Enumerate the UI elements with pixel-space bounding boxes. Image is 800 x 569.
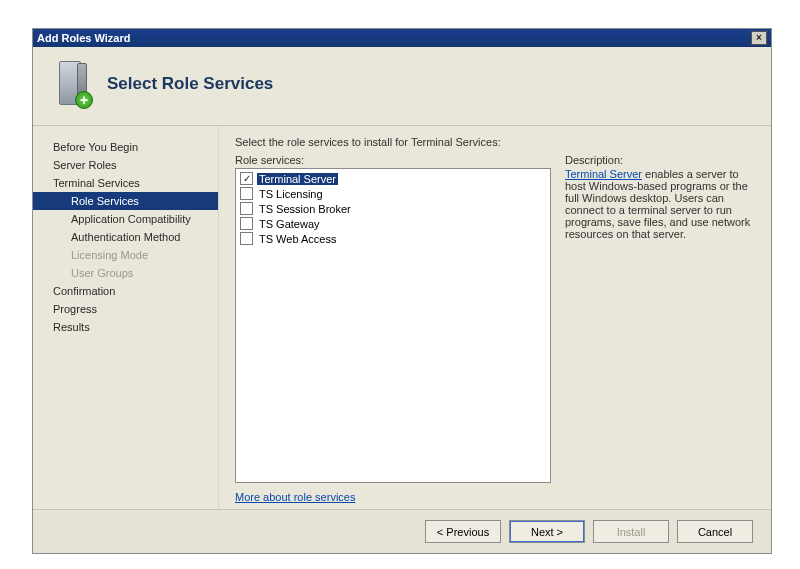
role-row-ts-session-broker[interactable]: TS Session Broker bbox=[238, 201, 548, 216]
wizard-nav: Before You BeginServer RolesTerminal Ser… bbox=[33, 126, 219, 509]
role-label: TS Web Access bbox=[257, 233, 338, 245]
previous-button[interactable]: < Previous bbox=[425, 520, 501, 543]
more-about-link[interactable]: More about role services bbox=[235, 491, 551, 503]
role-label: Terminal Server bbox=[257, 173, 338, 185]
wizard-header: + Select Role Services bbox=[33, 47, 771, 126]
role-checkbox[interactable] bbox=[240, 217, 253, 230]
nav-item-terminal-services[interactable]: Terminal Services bbox=[33, 174, 218, 192]
install-button: Install bbox=[593, 520, 669, 543]
window-title: Add Roles Wizard bbox=[37, 32, 130, 44]
role-checkbox[interactable]: ✓ bbox=[240, 172, 253, 185]
nav-item-role-services[interactable]: Role Services bbox=[33, 192, 218, 210]
nav-item-licensing-mode: Licensing Mode bbox=[33, 246, 218, 264]
instruction-text: Select the role services to install for … bbox=[235, 136, 751, 148]
role-row-ts-web-access[interactable]: TS Web Access bbox=[238, 231, 548, 246]
role-services-listbox[interactable]: ✓Terminal ServerTS LicensingTS Session B… bbox=[235, 168, 551, 483]
nav-item-before-you-begin[interactable]: Before You Begin bbox=[33, 138, 218, 156]
cancel-button[interactable]: Cancel bbox=[677, 520, 753, 543]
role-label: TS Session Broker bbox=[257, 203, 353, 215]
wizard-window: Add Roles Wizard × + Select Role Service… bbox=[32, 28, 772, 554]
role-row-ts-gateway[interactable]: TS Gateway bbox=[238, 216, 548, 231]
content-area: Select the role services to install for … bbox=[219, 126, 771, 509]
next-button[interactable]: Next > bbox=[509, 520, 585, 543]
role-row-terminal-server[interactable]: ✓Terminal Server bbox=[238, 171, 548, 186]
server-plus-icon: + bbox=[55, 61, 91, 107]
description-text: Terminal Server enables a server to host… bbox=[565, 168, 751, 240]
wizard-footer: < Previous Next > Install Cancel bbox=[33, 509, 771, 553]
role-services-label: Role services: bbox=[235, 154, 551, 166]
role-label: TS Licensing bbox=[257, 188, 325, 200]
page-title: Select Role Services bbox=[107, 74, 273, 94]
role-label: TS Gateway bbox=[257, 218, 322, 230]
nav-item-user-groups: User Groups bbox=[33, 264, 218, 282]
description-link[interactable]: Terminal Server bbox=[565, 168, 642, 180]
role-checkbox[interactable] bbox=[240, 232, 253, 245]
titlebar: Add Roles Wizard × bbox=[33, 29, 771, 47]
description-label: Description: bbox=[565, 154, 751, 166]
nav-item-server-roles[interactable]: Server Roles bbox=[33, 156, 218, 174]
nav-item-authentication-method[interactable]: Authentication Method bbox=[33, 228, 218, 246]
nav-item-confirmation[interactable]: Confirmation bbox=[33, 282, 218, 300]
nav-item-application-compatibility[interactable]: Application Compatibility bbox=[33, 210, 218, 228]
role-checkbox[interactable] bbox=[240, 187, 253, 200]
close-button[interactable]: × bbox=[751, 31, 767, 45]
role-checkbox[interactable] bbox=[240, 202, 253, 215]
role-row-ts-licensing[interactable]: TS Licensing bbox=[238, 186, 548, 201]
nav-item-progress[interactable]: Progress bbox=[33, 300, 218, 318]
nav-item-results[interactable]: Results bbox=[33, 318, 218, 336]
